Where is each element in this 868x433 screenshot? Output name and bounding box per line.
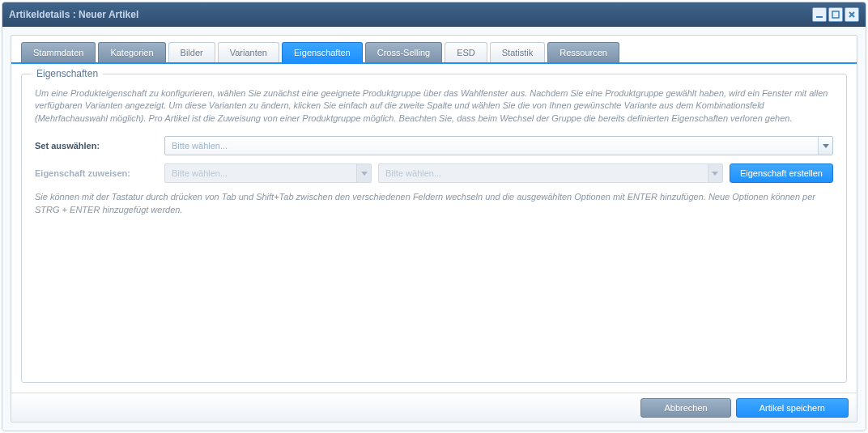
footer-bar: Abbrechen Artikel speichern	[11, 393, 857, 422]
assign-property-row: Eigenschaft zuweisen: Bitte wählen... Bi…	[35, 163, 833, 183]
close-icon	[847, 10, 857, 19]
tab-ressourcen[interactable]: Ressourcen	[547, 42, 619, 62]
minimize-icon	[815, 10, 824, 19]
tab-eigenschaften[interactable]: Eigenschaften	[282, 42, 363, 62]
minimize-button[interactable]	[812, 7, 827, 22]
fieldset-legend: Eigenschaften	[32, 68, 103, 79]
assign-trigger-2[interactable]	[708, 164, 722, 182]
tab-esd[interactable]: ESD	[445, 42, 487, 62]
tabs-bar: Stammdaten Kategorien Bilder Varianten E…	[11, 36, 857, 64]
close-button[interactable]	[845, 7, 859, 22]
eigenschaften-fieldset: Eigenschaften Um eine Produkteigenschaft…	[21, 74, 847, 383]
window-controls	[812, 7, 859, 22]
tab-bilder[interactable]: Bilder	[168, 42, 215, 62]
tab-content: Eigenschaften Um eine Produkteigenschaft…	[11, 64, 857, 393]
chevron-down-icon	[823, 144, 829, 148]
assign-placeholder-1: Bitte wählen...	[172, 168, 356, 178]
assign-property-combo-2[interactable]: Bitte wählen...	[378, 163, 723, 183]
fieldset-info-text: Um eine Produkteigenschaft zu konfigurie…	[35, 87, 833, 125]
article-details-window: Artikeldetails : Neuer Artikel Stammdate…	[2, 2, 866, 431]
assign-combo-group: Bitte wählen... Bitte wählen...	[164, 163, 833, 183]
set-select-row: Set auswählen: Bitte wählen...	[35, 136, 833, 155]
create-property-button[interactable]: Eigenschaft erstellen	[730, 163, 833, 183]
content-area: Stammdaten Kategorien Bilder Varianten E…	[2, 27, 866, 431]
cancel-button[interactable]: Abbrechen	[640, 398, 730, 418]
tab-kategorien[interactable]: Kategorien	[98, 42, 165, 62]
tab-cross-selling[interactable]: Cross-Selling	[365, 42, 442, 62]
chevron-down-icon	[361, 172, 368, 176]
title-bar: Artikeldetails : Neuer Artikel	[2, 2, 866, 27]
tab-stammdaten[interactable]: Stammdaten	[21, 42, 96, 62]
assign-trigger-1[interactable]	[356, 164, 371, 182]
assign-property-label: Eigenschaft zuweisen:	[35, 168, 164, 178]
set-select-trigger[interactable]	[818, 137, 832, 155]
window-title: Artikeldetails : Neuer Artikel	[9, 9, 812, 20]
tab-statistik[interactable]: Statistik	[490, 42, 546, 62]
set-select-placeholder: Bitte wählen...	[172, 141, 818, 151]
svg-rect-1	[832, 11, 839, 18]
inner-panel: Stammdaten Kategorien Bilder Varianten E…	[11, 35, 857, 422]
assign-placeholder-2: Bitte wählen...	[385, 168, 708, 178]
save-button[interactable]: Artikel speichern	[736, 398, 849, 418]
svg-rect-0	[816, 16, 823, 18]
maximize-icon	[831, 10, 840, 19]
keyboard-hint-text: Sie können mit der Tastatur durch drücke…	[35, 191, 833, 216]
assign-property-combo-1[interactable]: Bitte wählen...	[164, 163, 372, 183]
chevron-down-icon	[712, 172, 718, 176]
maximize-button[interactable]	[828, 7, 843, 22]
tab-varianten[interactable]: Varianten	[218, 42, 279, 62]
set-select-combo[interactable]: Bitte wählen...	[164, 136, 833, 155]
set-select-label: Set auswählen:	[35, 141, 164, 151]
